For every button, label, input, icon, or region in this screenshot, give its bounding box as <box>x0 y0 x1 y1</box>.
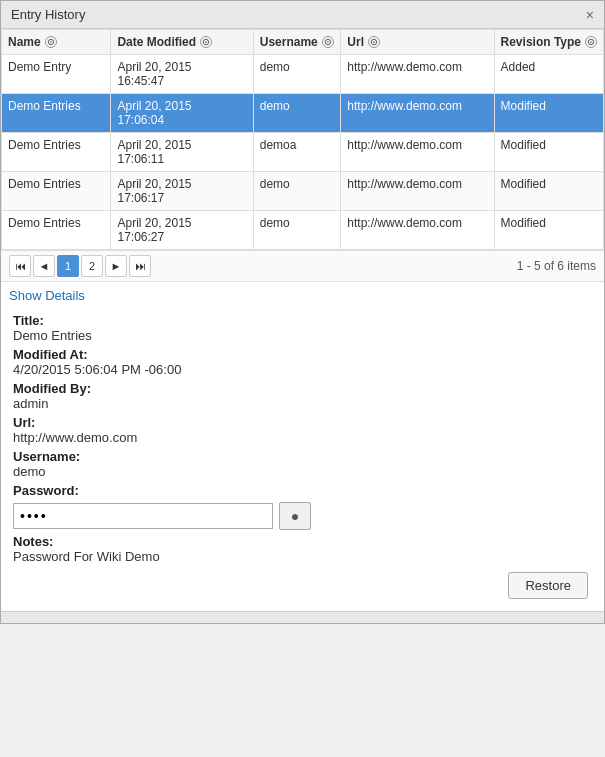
cell-name: Demo Entries <box>2 211 111 250</box>
cell-username: demo <box>253 55 341 94</box>
cell-revision: Modified <box>494 133 603 172</box>
table-row[interactable]: Demo Entry April 20, 201516:45:47 demo h… <box>2 55 604 94</box>
title-row: Title: Demo Entries <box>13 313 592 343</box>
first-page-button[interactable]: ⏮ <box>9 255 31 277</box>
modified-by-label: Modified By: <box>13 381 592 396</box>
cell-name: Demo Entry <box>2 55 111 94</box>
last-page-button[interactable]: ⏭ <box>129 255 151 277</box>
modified-at-value: 4/20/2015 5:06:04 PM -06:00 <box>13 362 592 377</box>
entry-history-window: Entry History × Name ⊙ Date Modified <box>0 0 605 624</box>
window-title: Entry History <box>11 7 85 22</box>
col-header-revision: Revision Type ⊙ <box>494 30 603 55</box>
page-info: 1 - 5 of 6 items <box>517 259 596 273</box>
bottom-scrollbar[interactable] <box>1 611 604 623</box>
cell-username: demo <box>253 211 341 250</box>
cell-url: http://www.demo.com <box>341 94 494 133</box>
cell-date: April 20, 201516:45:47 <box>111 55 253 94</box>
table-header: Name ⊙ Date Modified ⊙ Username ⊙ <box>2 30 604 55</box>
history-table: Name ⊙ Date Modified ⊙ Username ⊙ <box>1 29 604 250</box>
username-filter-icon[interactable]: ⊙ <box>322 36 334 48</box>
col-header-name: Name ⊙ <box>2 30 111 55</box>
modified-by-value: admin <box>13 396 592 411</box>
pagination-controls: ⏮ ◄ 1 2 ► ⏭ <box>9 255 151 277</box>
cell-date: April 20, 201517:06:27 <box>111 211 253 250</box>
notes-label: Notes: <box>13 534 592 549</box>
cell-revision: Modified <box>494 94 603 133</box>
modified-at-label: Modified At: <box>13 347 592 362</box>
cell-name: Demo Entries <box>2 172 111 211</box>
next-page-button[interactable]: ► <box>105 255 127 277</box>
eye-icon: ● <box>291 508 299 524</box>
url-filter-icon[interactable]: ⊙ <box>368 36 380 48</box>
cell-username: demo <box>253 172 341 211</box>
details-section: Title: Demo Entries Modified At: 4/20/20… <box>1 305 604 611</box>
prev-page-button[interactable]: ◄ <box>33 255 55 277</box>
restore-row: Restore <box>13 572 592 599</box>
username-row: Username: demo <box>13 449 592 479</box>
cell-name: Demo Entries <box>2 94 111 133</box>
cell-url: http://www.demo.com <box>341 211 494 250</box>
show-password-button[interactable]: ● <box>279 502 311 530</box>
revision-filter-icon[interactable]: ⊙ <box>585 36 597 48</box>
page-1-button[interactable]: 1 <box>57 255 79 277</box>
col-header-url: Url ⊙ <box>341 30 494 55</box>
cell-revision: Modified <box>494 172 603 211</box>
url-value: http://www.demo.com <box>13 430 592 445</box>
url-label: Url: <box>13 415 592 430</box>
cell-date: April 20, 201517:06:04 <box>111 94 253 133</box>
cell-name: Demo Entries <box>2 133 111 172</box>
notes-value: Password For Wiki Demo <box>13 549 592 564</box>
cell-url: http://www.demo.com <box>341 55 494 94</box>
table-body: Demo Entry April 20, 201516:45:47 demo h… <box>2 55 604 250</box>
cell-username: demoa <box>253 133 341 172</box>
password-input[interactable] <box>13 503 273 529</box>
title-bar: Entry History × <box>1 1 604 29</box>
col-header-username: Username ⊙ <box>253 30 341 55</box>
cell-date: April 20, 201517:06:11 <box>111 133 253 172</box>
modified-by-row: Modified By: admin <box>13 381 592 411</box>
password-row: Password: ● <box>13 483 592 530</box>
cell-revision: Modified <box>494 211 603 250</box>
cell-username: demo <box>253 94 341 133</box>
username-label: Username: <box>13 449 592 464</box>
cell-date: April 20, 201517:06:17 <box>111 172 253 211</box>
close-button[interactable]: × <box>586 8 594 22</box>
cell-revision: Added <box>494 55 603 94</box>
table-row[interactable]: Demo Entries April 20, 201517:06:11 demo… <box>2 133 604 172</box>
notes-row: Notes: Password For Wiki Demo <box>13 534 592 564</box>
url-row: Url: http://www.demo.com <box>13 415 592 445</box>
pagination-bar: ⏮ ◄ 1 2 ► ⏭ 1 - 5 of 6 items <box>1 251 604 282</box>
password-field-row: ● <box>13 502 592 530</box>
table-row[interactable]: Demo Entries April 20, 201517:06:04 demo… <box>2 94 604 133</box>
title-value: Demo Entries <box>13 328 592 343</box>
username-value: demo <box>13 464 592 479</box>
history-table-wrapper: Name ⊙ Date Modified ⊙ Username ⊙ <box>1 29 604 251</box>
table-row[interactable]: Demo Entries April 20, 201517:06:17 demo… <box>2 172 604 211</box>
col-header-date: Date Modified ⊙ <box>111 30 253 55</box>
show-details-link[interactable]: Show Details <box>1 282 604 305</box>
name-filter-icon[interactable]: ⊙ <box>45 36 57 48</box>
page-2-button[interactable]: 2 <box>81 255 103 277</box>
table-row[interactable]: Demo Entries April 20, 201517:06:27 demo… <box>2 211 604 250</box>
password-label: Password: <box>13 483 592 498</box>
title-label: Title: <box>13 313 592 328</box>
cell-url: http://www.demo.com <box>341 172 494 211</box>
restore-button[interactable]: Restore <box>508 572 588 599</box>
date-filter-icon[interactable]: ⊙ <box>200 36 212 48</box>
modified-at-row: Modified At: 4/20/2015 5:06:04 PM -06:00 <box>13 347 592 377</box>
cell-url: http://www.demo.com <box>341 133 494 172</box>
